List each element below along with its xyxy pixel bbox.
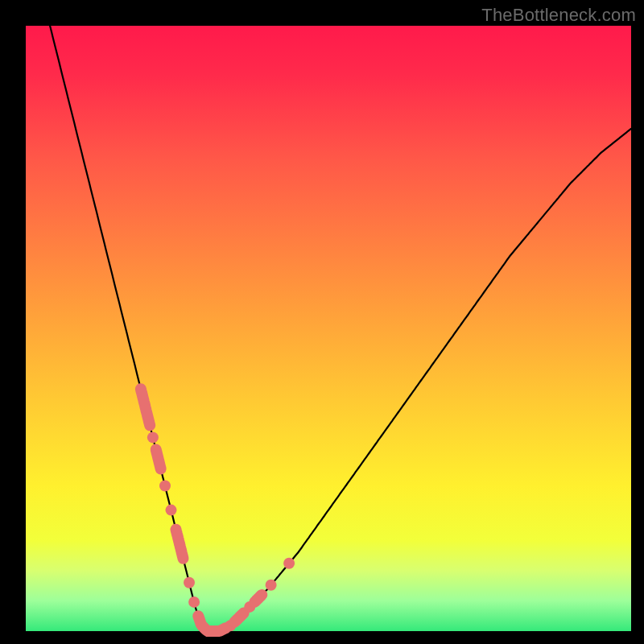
- marker-segment: [156, 449, 161, 469]
- marker-dot: [166, 505, 177, 516]
- marker-segment: [176, 530, 184, 559]
- marker-segment: [254, 595, 262, 602]
- marker-segment: [234, 613, 243, 621]
- marker-layer: [141, 389, 295, 631]
- marker-dot: [188, 597, 200, 608]
- curve-line: [50, 26, 631, 631]
- watermark-text: TheBottleneck.com: [481, 5, 636, 26]
- marker-dot: [266, 580, 277, 591]
- bottleneck-curve: [26, 26, 631, 631]
- plot-area: [26, 26, 631, 631]
- marker-dot: [283, 558, 295, 569]
- marker-segment: [141, 389, 150, 425]
- marker-dot: [147, 431, 159, 443]
- marker-dot: [184, 577, 195, 588]
- marker-dot: [159, 481, 171, 492]
- chart-frame: TheBottleneck.com: [0, 0, 644, 644]
- marker-segment: [198, 616, 225, 631]
